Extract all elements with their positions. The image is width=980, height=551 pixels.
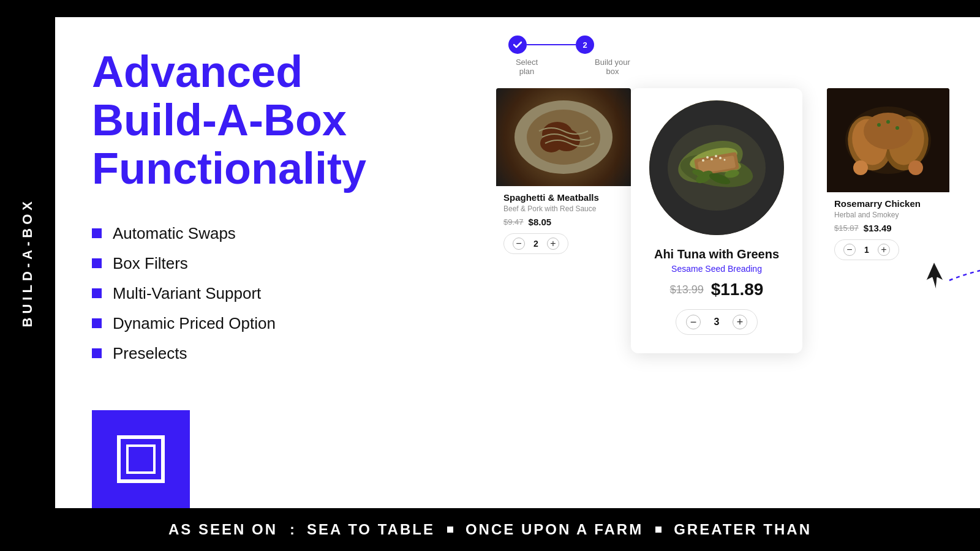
list-item: Automatic Swaps — [92, 224, 435, 243]
card2-name: Ahi Tuna with Greens — [643, 247, 790, 261]
cards-row: Spaghetti & Meatballs Beef & Pork with R… — [472, 88, 980, 353]
chicken-image — [827, 88, 949, 192]
svg-point-19 — [715, 155, 717, 157]
svg-point-20 — [719, 157, 722, 159]
svg-point-33 — [908, 160, 923, 175]
ticker-separator1: : — [290, 521, 295, 538]
card2-body: Ahi Tuna with Greens Sesame Seed Breadin… — [631, 241, 802, 341]
list-item: Preselects — [92, 344, 435, 363]
card3-sale-price: $13.49 — [864, 223, 892, 233]
progress-steps: 2 Select plan Build your box — [472, 36, 980, 76]
spaghetti-image — [496, 88, 631, 186]
svg-point-32 — [853, 160, 868, 175]
card3-minus-button[interactable]: − — [843, 244, 856, 256]
svg-point-21 — [724, 159, 726, 161]
card3-plus-button[interactable]: + — [878, 244, 890, 256]
card1-price-row: $9.47 $8.05 — [503, 217, 624, 227]
card2-minus-button[interactable]: − — [686, 315, 701, 329]
bullet-icon — [92, 258, 102, 268]
card2-qty-value: 3 — [710, 317, 723, 328]
step-1-label: Select plan — [508, 58, 545, 76]
svg-rect-0 — [119, 437, 163, 481]
card2-sale-price: $11.89 — [711, 280, 764, 299]
ticker-dot2 — [655, 527, 662, 533]
svg-point-18 — [710, 158, 713, 160]
spaghetti-img-art — [496, 88, 631, 186]
product-card-tuna: Ahi Tuna with Greens Sesame Seed Breadin… — [631, 88, 802, 353]
card1-body: Spaghetti & Meatballs Beef & Pork with R… — [496, 186, 631, 260]
tuna-image — [649, 100, 784, 235]
page-title: Advanced Build-A-Box Functionality — [92, 48, 435, 193]
card2-subtitle: Sesame Seed Breading — [643, 264, 790, 274]
card1-plus-button[interactable]: + — [547, 238, 559, 250]
card2-price-row: $13.99 $11.89 — [643, 280, 790, 299]
ticker-prefix: AS SEEN ON — [168, 521, 277, 538]
steps-row: 2 — [508, 36, 594, 54]
logo-box — [92, 410, 190, 508]
box-logo-icon — [116, 435, 165, 484]
ticker-dot1 — [447, 527, 453, 533]
card3-body: Rosemarry Chicken Herbal and Smokey $15.… — [827, 192, 949, 266]
step-2-label: Build your box — [588, 58, 637, 76]
step-2-circle: 2 — [576, 36, 594, 54]
step-line — [527, 44, 576, 45]
checkmark-icon — [513, 41, 522, 48]
list-item: Multi-Variant Support — [92, 284, 435, 303]
bullet-icon — [92, 228, 102, 238]
card1-qty-value: 2 — [531, 239, 541, 249]
card3-name: Rosemarry Chicken — [834, 198, 942, 209]
product-card-spaghetti: Spaghetti & Meatballs Beef & Pork with R… — [496, 88, 631, 260]
card1-minus-button[interactable]: − — [513, 238, 525, 250]
chicken-img-art — [827, 88, 949, 192]
steps-labels: Select plan Build your box — [508, 58, 637, 76]
bullet-icon — [92, 318, 102, 328]
card1-name: Spaghetti & Meatballs — [503, 192, 624, 203]
ticker-brand1: SEA TO TABLE — [307, 521, 435, 538]
bullet-icon — [92, 288, 102, 298]
product-card-chicken: Rosemarry Chicken Herbal and Smokey $15.… — [827, 88, 949, 266]
tuna-img-art — [649, 100, 784, 235]
card3-subtitle: Herbal and Smokey — [834, 211, 942, 219]
ticker-brand3: GREATER THAN — [674, 521, 812, 538]
svg-point-37 — [886, 120, 890, 124]
card3-original-price: $15.87 — [834, 223, 859, 233]
card1-qty-stepper: − 2 + — [503, 233, 568, 254]
list-item: Dynamic Priced Option — [92, 314, 435, 333]
card2-original-price: $13.99 — [670, 283, 704, 296]
main-content: Advanced Build-A-Box Functionality Autom… — [55, 17, 980, 508]
svg-point-36 — [895, 126, 899, 130]
sidebar-label-text: BUILD-A-BOX — [20, 198, 36, 327]
svg-rect-7 — [496, 88, 631, 186]
card1-sale-price: $8.05 — [529, 217, 552, 227]
card1-subtitle: Beef & Pork with Red Sauce — [503, 204, 624, 213]
left-section: Advanced Build-A-Box Functionality Autom… — [55, 17, 472, 508]
right-section: 2 Select plan Build your box — [472, 17, 980, 508]
features-list: Automatic Swaps Box Filters Multi-Varian… — [92, 224, 435, 363]
svg-rect-1 — [127, 446, 154, 473]
svg-point-35 — [877, 123, 881, 127]
list-item: Box Filters — [92, 254, 435, 273]
sidebar: BUILD-A-BOX — [0, 17, 55, 508]
card1-original-price: $9.47 — [503, 217, 524, 227]
card2-qty-stepper: − 3 + — [676, 309, 758, 335]
card3-qty-stepper: − 1 + — [834, 239, 899, 260]
svg-point-16 — [702, 159, 704, 162]
card3-qty-value: 1 — [862, 245, 872, 255]
bullet-icon — [92, 348, 102, 358]
card3-price-row: $15.87 $13.49 — [834, 223, 942, 233]
svg-point-17 — [706, 156, 709, 159]
card2-plus-button[interactable]: + — [733, 315, 747, 329]
bottom-ticker: AS SEEN ON : SEA TO TABLE ONCE UPON A FA… — [0, 508, 980, 551]
step-1-circle — [508, 36, 527, 54]
svg-point-34 — [864, 113, 913, 149]
ticker-brand2: ONCE UPON A FARM — [466, 521, 643, 538]
